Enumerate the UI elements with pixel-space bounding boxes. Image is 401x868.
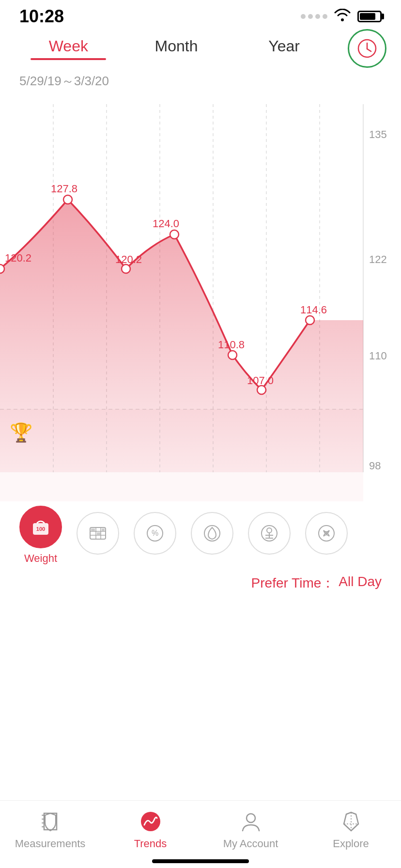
- svg-text:110.8: 110.8: [218, 339, 245, 351]
- svg-point-13: [63, 195, 72, 204]
- status-icons: [301, 9, 382, 25]
- svg-line-2: [367, 49, 371, 51]
- prefer-time[interactable]: Prefer Time： All Day: [0, 569, 401, 597]
- svg-rect-38: [97, 532, 100, 535]
- svg-text:%: %: [152, 529, 158, 537]
- top-tab-bar: Week Month Year: [0, 29, 401, 68]
- bottom-nav: Measurements Trends My Account Explore: [0, 800, 401, 868]
- svg-point-44: [267, 528, 272, 533]
- explore-icon: [339, 809, 363, 834]
- svg-point-50: [141, 812, 160, 831]
- svg-point-15: [170, 230, 179, 239]
- metric-water-circle[interactable]: [191, 512, 233, 555]
- measurements-icon: [38, 809, 62, 834]
- metric-weight-circle[interactable]: 100: [19, 506, 62, 548]
- svg-text:135: 135: [369, 128, 387, 140]
- prefer-time-label: Prefer Time：: [251, 574, 335, 592]
- metric-weight[interactable]: 100 Weight: [19, 506, 62, 565]
- svg-text:127.8: 127.8: [51, 183, 77, 195]
- svg-text:124.0: 124.0: [153, 217, 179, 230]
- bottom-tab-myaccount-label: My Account: [223, 837, 278, 850]
- bottom-tab-trends-label: Trends: [134, 837, 167, 850]
- metric-bodyfat[interactable]: %: [134, 512, 176, 558]
- status-time: 10:28: [19, 6, 64, 27]
- svg-point-16: [228, 351, 237, 359]
- svg-rect-37: [91, 528, 95, 531]
- metric-selector: 100 Weight %: [0, 501, 401, 569]
- svg-point-12: [0, 264, 4, 273]
- battery-icon: [357, 11, 382, 22]
- metric-bmi-circle[interactable]: [77, 512, 119, 555]
- bottom-tab-explore-label: Explore: [333, 837, 369, 850]
- metric-bmi[interactable]: [77, 512, 119, 558]
- svg-point-18: [306, 316, 314, 325]
- chart-area: 120.2 127.8 120.2 124.0 110.8 107.0 114.…: [0, 94, 401, 501]
- trophy-icon: 🏆: [10, 422, 32, 443]
- svg-point-17: [257, 386, 266, 394]
- prefer-time-value: All Day: [339, 574, 382, 592]
- svg-text:100: 100: [36, 526, 45, 532]
- bottom-tab-measurements[interactable]: Measurements: [0, 809, 100, 850]
- status-bar: 10:28: [0, 0, 401, 29]
- svg-point-14: [122, 264, 130, 273]
- metric-other[interactable]: [305, 512, 348, 558]
- svg-text:120.2: 120.2: [5, 252, 31, 264]
- svg-text:98: 98: [369, 460, 381, 472]
- myaccount-icon: [239, 809, 263, 834]
- metric-weight-label: Weight: [24, 552, 57, 565]
- trends-icon: [139, 809, 163, 834]
- svg-point-51: [247, 814, 255, 822]
- wifi-icon: [334, 9, 351, 25]
- bottom-tab-measurements-label: Measurements: [15, 837, 86, 850]
- signal-icon: [301, 14, 327, 19]
- svg-text:110: 110: [369, 350, 387, 362]
- date-range: 5/29/19～3/3/20: [0, 68, 401, 94]
- tab-year[interactable]: Year: [230, 37, 338, 60]
- metric-muscle[interactable]: [248, 512, 291, 558]
- bottom-tab-explore[interactable]: Explore: [301, 809, 401, 850]
- svg-text:114.6: 114.6: [300, 304, 327, 316]
- clock-button[interactable]: [348, 29, 386, 68]
- metric-muscle-circle[interactable]: [248, 512, 291, 555]
- tab-month[interactable]: Month: [123, 37, 231, 60]
- metric-water[interactable]: [191, 512, 233, 558]
- metric-other-circle[interactable]: [305, 512, 348, 555]
- home-indicator: [152, 859, 249, 863]
- bottom-tab-myaccount[interactable]: My Account: [200, 809, 301, 850]
- bottom-tab-trends[interactable]: Trends: [100, 809, 200, 850]
- tab-week[interactable]: Week: [15, 37, 123, 60]
- svg-rect-39: [102, 528, 105, 531]
- svg-text:107.0: 107.0: [247, 374, 274, 387]
- svg-text:122: 122: [369, 253, 387, 265]
- svg-text:120.2: 120.2: [115, 253, 142, 265]
- metric-bodyfat-circle[interactable]: %: [134, 512, 176, 555]
